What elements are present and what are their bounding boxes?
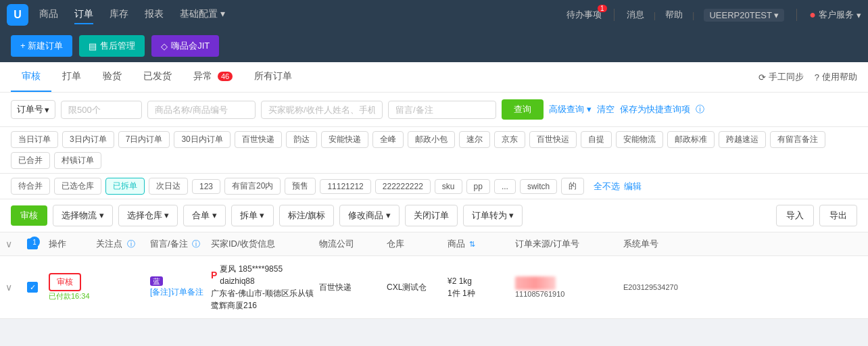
tag-more[interactable]: ... (494, 179, 516, 194)
nav-item-reports[interactable]: 报表 (145, 5, 164, 24)
nav-item-goods[interactable]: 商品 (39, 5, 58, 24)
row-audit-button[interactable]: 审核 (49, 273, 81, 291)
tag-pp[interactable]: pp (466, 179, 490, 194)
tag-note-20[interactable]: 有留言20内 (224, 178, 281, 195)
tag-anneng-logistics[interactable]: 安能物流 (616, 131, 663, 148)
tag-quanfeng[interactable]: 全峰 (372, 131, 404, 148)
tag-selected-warehouse[interactable]: 已选仓库 (54, 178, 101, 195)
tag-sku[interactable]: sku (435, 179, 462, 194)
tab-inspect[interactable]: 验货 (92, 62, 132, 92)
th-operation: 操作 (49, 238, 96, 250)
tag-30day[interactable]: 30日内订单 (174, 131, 230, 148)
hipin-jit-button[interactable]: ◇ 嗨品会JIT (151, 35, 219, 57)
tag-anneng[interactable]: 安能快递 (321, 131, 368, 148)
tag-switch[interactable]: switch (520, 179, 557, 194)
export-button[interactable]: 导出 (819, 205, 857, 226)
tag-222222222[interactable]: 222222222 (375, 179, 431, 194)
split-order-button[interactable]: 拆单 ▾ (231, 205, 274, 226)
deselect-all-link[interactable]: 全不选 (594, 180, 620, 193)
new-order-button[interactable]: + 新建订单 (11, 35, 72, 57)
tag-3day[interactable]: 3日内订单 (62, 131, 114, 148)
tab-audit[interactable]: 审核 (11, 62, 51, 92)
tag-village[interactable]: 村镇订单 (54, 152, 101, 169)
tag-baishi[interactable]: 百世快递 (235, 131, 282, 148)
after-sale-icon: ▤ (89, 41, 97, 51)
order-number-input[interactable] (61, 101, 142, 119)
tag-jd[interactable]: 京东 (494, 131, 525, 148)
tag-today[interactable]: 当日订单 (11, 131, 58, 148)
tag-de[interactable]: 的 (561, 178, 584, 195)
order-type-select[interactable]: 订单号 ▾ (11, 100, 55, 119)
mark-flag-button[interactable]: 标注/旗标 (279, 205, 335, 226)
tag-11121212[interactable]: 11121212 (320, 179, 370, 194)
row-checkbox-cell: ✓ (27, 282, 49, 293)
product-name-input[interactable] (147, 101, 256, 119)
pending-badge: 1 (598, 5, 607, 12)
import-button[interactable]: 导入 (776, 205, 814, 226)
tag-kuayue[interactable]: 跨越速运 (719, 131, 766, 148)
tag-123[interactable]: 123 (192, 179, 220, 194)
save-query-link[interactable]: 保存为快捷查询项 (620, 103, 690, 116)
user-menu[interactable]: UEERP20TEST ▾ (704, 9, 784, 22)
merge-order-button[interactable]: 合单 ▾ (183, 205, 226, 226)
tag-suer[interactable]: 速尔 (459, 131, 490, 148)
th-goods: 商品 ⇅ (448, 238, 515, 250)
advanced-query-link[interactable]: 高级查询 ▾ (549, 103, 592, 116)
sync-icon: ⟳ (758, 72, 766, 82)
tag-ems[interactable]: 邮政小包 (408, 131, 455, 148)
tag-split-order[interactable]: 已拆单 (105, 178, 145, 195)
abnormal-badge: 46 (218, 72, 233, 81)
tab-shipped[interactable]: 已发货 (132, 62, 183, 92)
convert-order-button[interactable]: 订单转为 ▾ (463, 205, 523, 226)
select-logistics-button[interactable]: 选择物流 ▾ (53, 205, 113, 226)
th-buyer: 买家ID/收货信息 (211, 238, 319, 250)
expand-all-toggle[interactable]: ∨ (5, 239, 27, 249)
pending-tasks[interactable]: 待办事项 1 (566, 9, 602, 21)
tag-ems-std[interactable]: 邮政标准 (667, 131, 715, 148)
audit-button[interactable]: 审核 (11, 205, 47, 226)
buyer-name-input[interactable] (261, 101, 383, 119)
message-link[interactable]: 消息 (627, 9, 644, 21)
tag-presale[interactable]: 预售 (285, 178, 316, 195)
nav-item-inventory[interactable]: 库存 (110, 5, 128, 24)
tab-abnormal[interactable]: 异常 46 (183, 62, 243, 92)
row-checkbox[interactable]: ✓ (27, 282, 38, 293)
customer-service-menu[interactable]: ● 客户服务 ▾ (809, 9, 861, 21)
tag-baishi-express[interactable]: 百世快运 (529, 131, 577, 148)
th-order-source: 订单来源/订单号 (515, 238, 623, 250)
help-link[interactable]: 帮助 (665, 9, 683, 21)
tag-next-day[interactable]: 次日达 (149, 178, 188, 195)
tab-print[interactable]: 打单 (51, 62, 92, 92)
nav-item-config[interactable]: 基础配置 ▾ (180, 5, 225, 24)
tab-all-orders[interactable]: 所有订单 (243, 62, 303, 92)
buyer-name: 夏风 185****9855 daizhiq88 (220, 263, 319, 287)
note-text[interactable]: [备注]订单备注 (150, 287, 211, 298)
row-goods: ¥2 1kg 1件 1种 (448, 275, 515, 299)
tag-pending-merge[interactable]: 待合并 (11, 178, 50, 195)
row-expand-toggle[interactable]: ∨ (5, 282, 27, 293)
nav-item-orders[interactable]: 订单 (74, 5, 93, 24)
select-all-cell: ✓ 1 (27, 239, 49, 249)
modify-goods-button[interactable]: 修改商品 ▾ (339, 205, 400, 226)
goods-count: 1件 1种 (448, 287, 515, 299)
query-button[interactable]: 查询 (502, 99, 544, 120)
after-sale-button[interactable]: ▤ 售后管理 (79, 35, 145, 57)
row-warehouse: CXL测试仓 (387, 281, 448, 293)
select-all-checkbox[interactable]: ✓ 1 (27, 239, 38, 249)
tag-has-note[interactable]: 有留言备注 (770, 131, 825, 148)
row-order-source: 111085761910 (515, 276, 623, 298)
note-input[interactable] (388, 101, 496, 119)
tag-pickup[interactable]: 自提 (581, 131, 612, 148)
select-warehouse-button[interactable]: 选择仓库 ▾ (118, 205, 178, 226)
tag-yunda[interactable]: 韵达 (286, 131, 317, 148)
clear-link[interactable]: 清空 (597, 103, 614, 116)
manual-sync-button[interactable]: ⟳ 手工同步 (758, 71, 804, 83)
tab-bar: 审核 打单 验货 已发货 异常 46 所有订单 ⟳ 手工同步 ? 使用帮助 (0, 62, 868, 93)
tag-7day[interactable]: 7日内订单 (118, 131, 170, 148)
edit-tags-link[interactable]: 编辑 (624, 180, 642, 193)
sort-icon-goods[interactable]: ⇅ (469, 240, 475, 248)
close-order-button[interactable]: 关闭订单 (405, 205, 458, 226)
diamond-icon: ◇ (161, 41, 168, 51)
use-help-button[interactable]: ? 使用帮助 (815, 71, 857, 83)
tag-merged[interactable]: 已合并 (11, 152, 50, 169)
